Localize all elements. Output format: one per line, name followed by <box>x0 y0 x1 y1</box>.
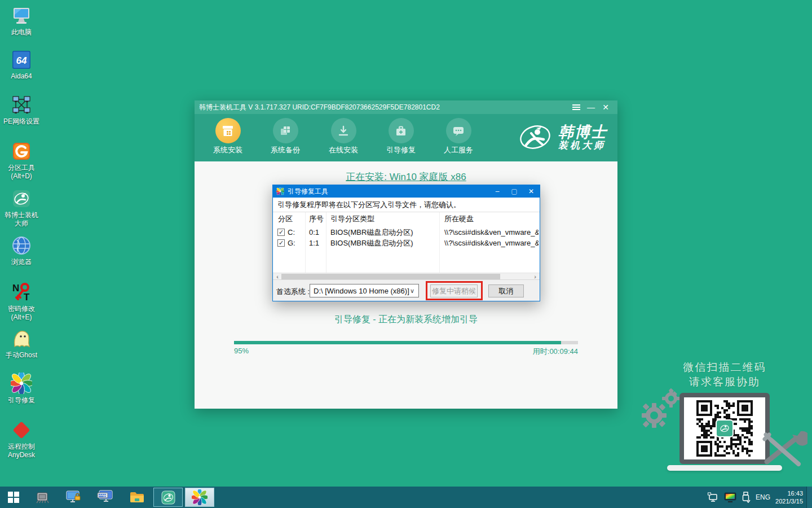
desktop-icon-label: 密码修改(Alt+E) <box>0 305 43 322</box>
qr-center-logo <box>716 419 734 437</box>
desktop-icon-label: 分区工具(Alt+D) <box>0 164 43 181</box>
row-checkbox[interactable]: ✓ <box>277 229 285 236</box>
dialog-minimize-button[interactable]: – <box>489 186 506 197</box>
taskbar-app-boot-repair[interactable] <box>185 488 214 507</box>
taskbar-app-osk[interactable] <box>89 487 122 508</box>
progress-fill <box>234 341 561 344</box>
clock[interactable]: 16:43 2021/3/15 <box>775 489 803 505</box>
boot-repair-icon <box>389 118 414 143</box>
dialog-titlebar[interactable]: 引导修复工具 – ▢ ✕ <box>273 185 540 198</box>
qr-caption-line1: 微信扫描二维码 <box>651 360 798 375</box>
desktop-icon-label: 此电脑 <box>0 28 43 37</box>
cell-disk: \\?\scsi#disk&ven_vmware_& <box>444 239 539 247</box>
clock-date: 2021/3/15 <box>775 497 803 505</box>
row-checkbox[interactable]: ✓ <box>277 239 285 247</box>
brand-subname: 装机大师 <box>558 140 607 151</box>
table-row[interactable]: ✓ C: 0:1 BIOS(MBR磁盘启动分区) \\?\scsi#disk&v… <box>273 227 540 238</box>
toolbar-item-system-install[interactable]: 系统安装 <box>208 118 248 155</box>
desktop-icon-hanboshi[interactable]: 韩博士装机大师 <box>0 187 43 228</box>
taskbar-app-explorer[interactable] <box>122 487 152 508</box>
language-indicator[interactable]: ENG <box>756 493 770 501</box>
desktop: 此电脑 64 Aida64 PE网络设置 分区工具(Alt+D) <box>0 0 812 508</box>
desktop-icon-pe-network[interactable]: PE网络设置 <box>0 94 43 126</box>
online-install-icon <box>331 118 356 143</box>
dialog-title: 引导修复工具 <box>288 187 489 196</box>
cell-index: 0:1 <box>309 228 319 237</box>
taskbar-app-hanboshi[interactable] <box>153 488 183 507</box>
qr-code <box>684 397 765 459</box>
desktop-icon-aida64[interactable]: 64 Aida64 <box>0 49 43 81</box>
column-header-index: 序号 <box>309 214 324 224</box>
usb-tray-icon[interactable] <box>742 492 751 503</box>
desktop-icon-partition-tool[interactable]: 分区工具(Alt+D) <box>0 140 43 181</box>
partition-list[interactable]: 分区 序号 引导分区类型 所在硬盘 ✓ C: 0:1 BIOS(MBR磁盘启动分… <box>273 212 540 273</box>
network-tray-icon[interactable] <box>708 492 719 502</box>
chevron-down-icon: ∨ <box>410 287 414 295</box>
taskbar-app-remote-lock[interactable] <box>58 487 89 508</box>
monitor-lock-icon <box>65 490 81 505</box>
toolbar-item-boot-repair[interactable]: 引导修复 <box>381 118 421 155</box>
preferred-system-value: D:\ [Windows 10 Home (x86)] <box>314 287 409 295</box>
desktop-icon-this-pc[interactable]: 此电脑 <box>0 5 43 37</box>
desktop-icon-label: PE网络设置 <box>0 117 43 126</box>
svg-text:N: N <box>12 283 19 294</box>
dialog-maximize-button[interactable]: ▢ <box>506 186 523 197</box>
brand-name: 韩博士 <box>558 124 607 140</box>
desktop-icon-browser[interactable]: 浏览器 <box>0 234 43 266</box>
desktop-icon-boot-repair[interactable]: 引导修复 <box>0 373 43 405</box>
toolbar-item-support[interactable]: 人工服务 <box>438 118 479 155</box>
boot-repair-pinwheel-icon <box>10 373 33 395</box>
taskbar: ENG 16:43 2021/3/15 <box>0 487 812 508</box>
pe-network-icon <box>10 94 33 116</box>
browser-icon <box>10 234 33 257</box>
column-header-type: 引导分区类型 <box>330 214 374 224</box>
display-color-tray-icon[interactable] <box>724 492 736 502</box>
system-backup-icon <box>273 118 298 143</box>
preferred-system-select[interactable]: D:\ [Windows 10 Home (x86)] ∨ <box>310 284 419 297</box>
boot-repair-dialog: 引导修复工具 – ▢ ✕ 引导修复程序即将在以下分区写入引导文件，请您确认。 分… <box>272 185 540 301</box>
main-window-title: 韩博士装机工具 V 3.1.717.327 URID:CF7F9BDF82073… <box>199 103 569 112</box>
toolbar-item-online-install[interactable]: 在线安装 <box>323 118 364 155</box>
hamburger-icon <box>572 103 580 111</box>
close-button[interactable]: ✕ <box>598 101 613 113</box>
qr-caption-line2: 请求客服协助 <box>651 375 798 389</box>
aida64-icon: 64 <box>10 49 33 71</box>
system-install-icon <box>215 118 241 143</box>
system-tray: ENG 16:43 2021/3/15 <box>708 487 803 508</box>
cell-partition: G: <box>288 239 295 247</box>
svg-text:T: T <box>24 292 30 303</box>
ghost-icon <box>10 327 33 350</box>
show-desktop-button[interactable] <box>806 487 812 508</box>
desktop-icon-label: 浏览器 <box>0 258 43 266</box>
dialog-close-button[interactable]: ✕ <box>523 186 540 197</box>
toolbar-item-system-backup[interactable]: 系统备份 <box>265 118 306 155</box>
taskbar-app-cpu[interactable] <box>27 487 58 508</box>
cell-partition: C: <box>288 228 295 237</box>
dialog-message: 引导修复程序即将在以下分区写入引导文件，请您确认。 <box>273 198 540 212</box>
pinwheel-taskbar-icon <box>192 489 208 505</box>
desktop-icon-anydesk[interactable]: 远程控制AnyDesk <box>0 419 43 459</box>
cpu-chip-icon <box>34 491 50 504</box>
desktop-icon-label: 引导修复 <box>0 396 43 405</box>
partition-tool-icon <box>10 140 33 163</box>
minimize-button[interactable]: — <box>584 101 598 113</box>
repair-wait-button[interactable]: 修复中请稍候 <box>430 284 478 297</box>
column-header-partition: 分区 <box>278 214 293 224</box>
hanboshi-taskbar-icon <box>161 490 176 505</box>
windows-logo-icon <box>8 492 19 503</box>
desktop-icon-ghost[interactable]: 手动Ghost <box>0 327 43 360</box>
main-window-titlebar[interactable]: 韩博士装机工具 V 3.1.717.327 URID:CF7F9BDF82073… <box>195 100 617 114</box>
cell-disk: \\?\scsi#disk&ven_vmware_& <box>444 228 539 237</box>
hanboshi-icon <box>10 187 33 210</box>
desktop-icon-password-reset[interactable]: N T 密码修改(Alt+E) <box>0 281 43 322</box>
clock-time: 16:43 <box>775 489 803 497</box>
cell-index: 1:1 <box>309 239 319 247</box>
cancel-button[interactable]: 取消 <box>488 284 524 297</box>
this-pc-icon <box>10 5 33 27</box>
table-row[interactable]: ✓ G: 1:1 BIOS(MBR磁盘启动分区) \\?\scsi#disk&v… <box>273 238 540 248</box>
start-button[interactable] <box>0 487 27 508</box>
password-reset-icon: N T <box>10 281 33 304</box>
desktop-icon-label: 手动Ghost <box>0 351 43 360</box>
dialog-pinwheel-icon <box>276 187 284 195</box>
menu-button[interactable] <box>569 101 584 113</box>
